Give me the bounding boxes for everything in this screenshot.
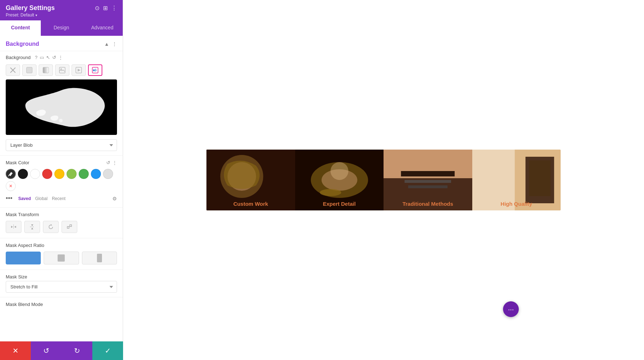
aspect-tall[interactable] [82,252,117,264]
sidebar-header-icons: ⊙ ⊞ ⋮ [95,5,117,11]
mask-size-label: Mask Size [0,271,123,281]
mask-transform-label: Mask Transform [0,209,123,219]
section-title: Background [6,41,39,47]
svg-rect-3 [43,67,49,73]
transform-options[interactable] [62,221,77,233]
bg-type-color[interactable] [22,64,36,76]
mask-reset-icon[interactable]: ↺ [106,160,110,165]
gallery-item-4[interactable]: High Quality [472,150,561,210]
aspect-square-inner [58,254,65,262]
color-swatch-light-gray[interactable] [103,169,113,179]
gallery-item-3-label: Traditional Methods [384,201,472,207]
mask-color-label-row: Mask Color ↺ ⋮ [0,157,123,167]
color-tab-global[interactable]: Global [34,195,49,202]
mask-size-select[interactable]: Stretch to Fill Fit Actual Size [6,281,117,293]
color-tab-saved[interactable]: Saved [17,195,32,202]
transform-flip-h[interactable] [6,221,21,233]
color-swatch-green[interactable] [79,169,89,179]
bg-label: Background [6,55,30,60]
svg-rect-16 [67,227,69,228]
svg-marker-7 [78,69,80,72]
sidebar-title: Gallery Settings [6,4,55,12]
divider-2 [0,207,123,208]
tab-advanced[interactable]: Advanced [82,20,123,36]
tab-content[interactable]: Content [0,20,41,36]
settings-icon[interactable]: ⊙ [95,5,99,11]
gallery-strip: Custom Work Expert Detail [206,150,561,210]
color-swatch-white[interactable] [30,169,40,179]
mask-transform-row [0,219,123,237]
blob-preview-container [6,79,117,135]
reset-icon[interactable]: ↺ [52,55,56,60]
divider-4 [0,269,123,270]
sidebar-header: Gallery Settings ⊙ ⊞ ⋮ Preset: Default ▾ [0,0,123,20]
gallery-item-1-label: Custom Work [206,201,295,207]
preset-label[interactable]: Preset: Default ▾ [6,13,117,18]
gallery-item-2[interactable]: Expert Detail [295,150,384,210]
gallery-item-3[interactable]: Traditional Methods [384,150,472,210]
divider-1 [0,155,123,156]
blob-svg [8,79,115,135]
redo-button[interactable]: ↻ [62,341,92,360]
transform-flip-v[interactable] [24,221,40,233]
help-icon[interactable]: ? [35,55,37,60]
collapse-icon[interactable]: ▲ [104,41,109,47]
color-swatch-blue[interactable] [91,169,101,179]
aspect-square[interactable] [44,252,79,264]
color-swatch-black[interactable] [18,169,28,179]
more-options-icon[interactable]: ⋮ [58,55,63,60]
more-icon[interactable]: ⋮ [111,5,117,11]
bg-label-row: Background ? ▭ ↖ ↺ ⋮ [0,51,123,62]
svg-rect-31 [408,185,448,188]
sidebar-footer: ✕ ↺ ↻ ✓ [0,341,123,360]
undo-icon: ↺ [43,346,49,355]
fab-icon: ··· [508,305,514,313]
color-tab-recent[interactable]: Recent [50,195,67,202]
gallery-item-2-label: Expert Detail [295,201,384,207]
color-dots-icon[interactable]: ••• [6,195,13,202]
section-more-icon[interactable]: ⋮ [112,41,117,47]
color-swatch-eraser[interactable]: ✕ [6,181,16,191]
aspect-wide-inner [19,255,28,261]
gallery-item-1[interactable]: Custom Work [206,150,295,210]
desktop-icon[interactable]: ▭ [40,55,44,60]
undo-button[interactable]: ↺ [31,341,62,360]
cursor-icon[interactable]: ↖ [46,55,50,60]
mask-aspect-label: Mask Aspect Ratio [0,240,123,250]
section-header-right: ▲ ⋮ [104,41,117,47]
bg-type-pattern[interactable] [88,64,102,76]
bg-type-video[interactable] [72,64,86,76]
color-settings-icon[interactable]: ⚙ [112,196,117,201]
color-swatch-pencil[interactable] [6,169,16,179]
svg-rect-30 [405,180,451,183]
save-icon: ✓ [105,346,111,355]
color-swatch-amber[interactable] [54,169,64,179]
transform-reset[interactable] [43,221,59,233]
columns-icon[interactable]: ⊞ [103,5,108,11]
mask-more-icon[interactable]: ⋮ [112,160,117,165]
sidebar: Gallery Settings ⊙ ⊞ ⋮ Preset: Default ▾… [0,0,123,360]
sidebar-tabs: Content Design Advanced [0,20,123,36]
svg-point-26 [319,189,341,196]
preset-caret-icon: ▾ [35,13,37,17]
fab-button[interactable]: ··· [503,301,519,317]
color-tabs-row: ••• Saved Global Recent ⚙ [0,194,123,206]
sidebar-content: Background ▲ ⋮ Background ? ▭ ↖ ↺ ⋮ [0,36,123,360]
color-swatch-light-green[interactable] [67,169,77,179]
tab-design[interactable]: Design [41,20,82,36]
svg-line-14 [8,175,9,176]
aspect-wide[interactable] [6,252,41,264]
save-button[interactable]: ✓ [92,341,123,360]
bg-type-image[interactable] [55,64,69,76]
color-swatch-red[interactable] [42,169,52,179]
layer-blob-select[interactable]: Layer Blob None Circle Triangle Diamond [6,139,117,151]
divider-3 [0,238,123,238]
cancel-button[interactable]: ✕ [0,341,31,360]
svg-rect-29 [401,171,455,176]
svg-marker-15 [51,224,52,225]
mask-color-label: Mask Color [6,160,29,165]
bg-type-gradient[interactable] [39,64,53,76]
svg-rect-2 [26,67,32,73]
svg-rect-9 [93,69,95,71]
bg-type-none[interactable] [6,64,20,76]
